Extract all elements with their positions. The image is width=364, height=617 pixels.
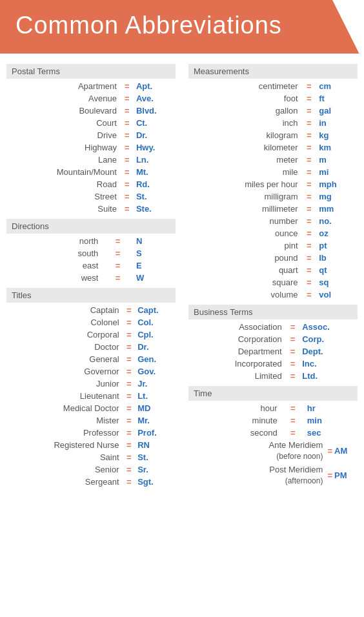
table-row: Highway = Hwy. [6, 141, 176, 154]
table-row: second = sec [188, 427, 358, 439]
abbr-cell: St. [135, 190, 176, 203]
abbr-cell: Mr. [136, 414, 176, 427]
term-cell: Incorporated [188, 358, 285, 370]
table-row: kilometer = km [188, 141, 358, 154]
abbr-cell: St. [136, 451, 176, 463]
eq-cell: = [119, 141, 135, 154]
eq-cell: = [280, 402, 306, 414]
eq-cell: = [119, 105, 135, 117]
table-row: meter = m [188, 154, 358, 166]
eq-cell: = [285, 333, 301, 345]
term-cell: Court [6, 117, 119, 129]
table-row: mile = mi [188, 166, 358, 178]
eq-cell: = [101, 247, 135, 259]
term-cell: east [6, 259, 101, 272]
eq-cell: = [301, 80, 318, 92]
abbr-cell: Corp. [301, 333, 358, 345]
eq-cell: = [301, 117, 318, 129]
titles-table: Captain = Capt. Colonel = Col. Corporal … [6, 304, 176, 488]
section-header-titles: Titles [6, 288, 176, 303]
term-cell: volume [188, 288, 301, 301]
term-cell: Department [188, 345, 285, 358]
abbr-cell: Blvd. [135, 105, 176, 117]
abbr-cell: N [135, 235, 176, 247]
eq-cell: = [101, 259, 135, 272]
eq-cell: = [285, 345, 301, 358]
abbr-cell: ft [318, 92, 358, 105]
eq-cell: = [301, 190, 318, 203]
directions-table: north = N south = S east = E west = W [6, 235, 176, 284]
term-cell: Street [6, 190, 119, 203]
abbr-cell: Ct. [135, 117, 176, 129]
term-cell: Association [188, 321, 285, 333]
time-multiline-abbr: AM [334, 446, 358, 456]
table-row: Apartment = Apt. [6, 80, 176, 92]
eq-cell: = [122, 329, 137, 341]
term-cell: Lane [6, 154, 119, 166]
left-column: Postal Terms Apartment = Apt. Avenue = A… [0, 60, 182, 488]
table-row: kilogram = kg [188, 129, 358, 141]
section-header-time: Time [188, 386, 358, 401]
term-cell: Corporal [6, 329, 122, 341]
eq-cell: = [119, 178, 135, 190]
term-cell: Lieutenant [6, 390, 122, 402]
term-cell: Governor [6, 365, 122, 378]
eq-cell: = [122, 353, 137, 365]
eq-cell: = [122, 365, 137, 378]
abbr-cell: gal [318, 105, 358, 117]
time-multiline-eq: = [325, 446, 334, 456]
abbr-cell: MD [136, 402, 176, 414]
eq-cell: = [119, 129, 135, 141]
table-row: south = S [6, 247, 176, 259]
abbr-cell: oz [318, 227, 358, 239]
abbr-cell: Gen. [136, 353, 176, 365]
table-row: Lieutenant = Lt. [6, 390, 176, 402]
abbr-cell: mph [318, 178, 358, 190]
table-row: Incorporated = Inc. [188, 358, 358, 370]
term-cell: Mountain/Mount [6, 166, 119, 178]
table-row: minute = min [188, 414, 358, 427]
eq-cell: = [119, 92, 135, 105]
term-cell: gallon [188, 105, 301, 117]
abbr-cell: cm [318, 80, 358, 92]
section-header-business: Business Terms [188, 305, 358, 319]
table-row: Road = Rd. [6, 178, 176, 190]
term-cell: Colonel [6, 316, 122, 329]
eq-cell: = [301, 141, 318, 154]
term-cell: Road [6, 178, 119, 190]
abbr-cell: mi [318, 166, 358, 178]
abbr-cell: Ste. [135, 203, 176, 215]
table-row: foot = ft [188, 92, 358, 105]
eq-cell: = [301, 178, 318, 190]
table-row: Mister = Mr. [6, 414, 176, 427]
table-row: square = sq [188, 276, 358, 288]
abbr-cell: mg [318, 190, 358, 203]
term-cell: second [188, 427, 280, 439]
abbr-cell: pt [318, 239, 358, 252]
abbr-cell: mm [318, 203, 358, 215]
abbr-cell: S [135, 247, 176, 259]
abbr-cell: Mt. [135, 166, 176, 178]
table-row: Captain = Capt. [6, 304, 176, 316]
eq-cell: = [101, 272, 135, 284]
abbr-cell: sec [306, 427, 358, 439]
term-cell: pound [188, 252, 301, 264]
eq-cell: = [301, 166, 318, 178]
eq-cell: = [122, 427, 137, 439]
term-cell: number [188, 215, 301, 227]
eq-cell: = [101, 235, 135, 247]
term-cell: General [6, 353, 122, 365]
eq-cell: = [301, 92, 318, 105]
abbr-cell: sq [318, 276, 358, 288]
eq-cell: = [280, 427, 306, 439]
table-row: Colonel = Col. [6, 316, 176, 329]
eq-cell: = [301, 239, 318, 252]
time-multiline-eq: = [325, 470, 334, 480]
term-cell: Mister [6, 414, 122, 427]
term-cell: north [6, 235, 101, 247]
eq-cell: = [122, 390, 137, 402]
term-cell: Highway [6, 141, 119, 154]
eq-cell: = [119, 166, 135, 178]
table-row: Association = Assoc. [188, 321, 358, 333]
eq-cell: = [301, 105, 318, 117]
